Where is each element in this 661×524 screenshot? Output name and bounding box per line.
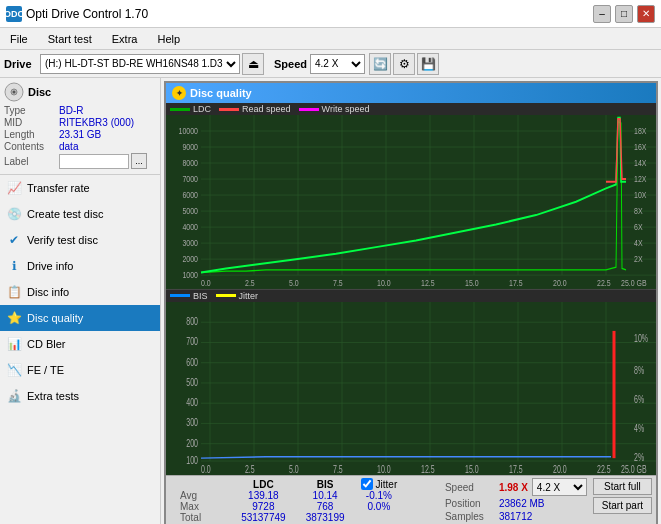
panel-icon: ✦: [172, 86, 186, 100]
topbar: Drive (H:) HL-DT-ST BD-RE WH16NS48 1.D3 …: [0, 50, 661, 78]
start-full-button[interactable]: Start full: [593, 478, 652, 495]
ldc-label: LDC: [193, 104, 211, 114]
ldc-legend: LDC: [170, 104, 211, 114]
svg-text:17.5: 17.5: [509, 278, 523, 288]
menu-help[interactable]: Help: [151, 31, 186, 47]
svg-text:3000: 3000: [182, 238, 198, 248]
disc-mid-label: MID: [4, 117, 59, 128]
disc-label-input[interactable]: [59, 154, 129, 169]
svg-text:22.5: 22.5: [597, 463, 611, 475]
svg-text:7.5: 7.5: [333, 463, 343, 475]
svg-text:800: 800: [186, 315, 198, 327]
read-speed-color: [219, 108, 239, 111]
disc-label-row: Label ...: [4, 153, 156, 169]
total-bis: 3873199: [296, 512, 355, 523]
app-title: Opti Drive Control 1.70: [26, 7, 148, 21]
sidebar-item-label: FE / TE: [27, 364, 64, 376]
panel-title: Disc quality: [190, 87, 252, 99]
position-label: Position: [445, 498, 495, 509]
write-speed-color: [299, 108, 319, 111]
sidebar-item-disc-info[interactable]: 📋 Disc info: [0, 279, 160, 305]
sidebar-item-label: Verify test disc: [27, 234, 98, 246]
menu-file[interactable]: File: [4, 31, 34, 47]
create-test-disc-icon: 💿: [6, 207, 22, 221]
svg-rect-3: [166, 115, 656, 289]
eject-button[interactable]: ⏏: [242, 53, 264, 75]
right-stats: Speed 1.98 X 4.2 X Position 23862 MB Sam…: [445, 478, 587, 522]
sidebar-item-drive-info[interactable]: ℹ Drive info: [0, 253, 160, 279]
label-browse-button[interactable]: ...: [131, 153, 147, 169]
jitter-checkbox[interactable]: [361, 478, 373, 490]
maximize-button[interactable]: □: [615, 5, 633, 23]
sidebar-item-label: CD Bler: [27, 338, 66, 350]
sidebar-item-label: Disc quality: [27, 312, 83, 324]
svg-text:9000: 9000: [182, 142, 198, 152]
jitter-label: Jitter: [239, 291, 259, 301]
max-label: Max: [170, 501, 211, 512]
save-button[interactable]: 💾: [417, 53, 439, 75]
sidebar-item-verify-test-disc[interactable]: ✔ Verify test disc: [0, 227, 160, 253]
sidebar-item-disc-quality[interactable]: ⭐ Disc quality: [0, 305, 160, 331]
disc-info-icon: 📋: [6, 285, 22, 299]
start-buttons: Start full Start part: [593, 478, 652, 514]
drive-select[interactable]: (H:) HL-DT-ST BD-RE WH16NS48 1.D3: [40, 54, 240, 74]
verify-test-disc-icon: ✔: [6, 233, 22, 247]
position-stat-row: Position 23862 MB: [445, 498, 587, 509]
svg-rect-54: [166, 302, 656, 476]
read-speed-legend: Read speed: [219, 104, 291, 114]
svg-text:500: 500: [186, 376, 198, 388]
menubar: File Start test Extra Help: [0, 28, 661, 50]
top-chart-svg: 10000 9000 8000 7000 6000 5000 4000 3000…: [166, 115, 656, 289]
stats-speed-select[interactable]: 4.2 X: [532, 478, 587, 496]
minimize-button[interactable]: –: [593, 5, 611, 23]
stats-table: LDC BIS Jitter Avg 139.18 10: [170, 478, 403, 523]
svg-text:12X: 12X: [634, 174, 647, 184]
avg-label: Avg: [170, 490, 211, 501]
settings-button[interactable]: ⚙: [393, 53, 415, 75]
svg-text:25.0 GB: 25.0 GB: [621, 278, 647, 288]
svg-text:2.5: 2.5: [245, 278, 255, 288]
sidebar-item-label: Transfer rate: [27, 182, 90, 194]
speed-stat-label: Speed: [445, 482, 495, 493]
drive-info-icon: ℹ: [6, 259, 22, 273]
write-speed-label: Write speed: [322, 104, 370, 114]
start-part-button[interactable]: Start part: [593, 497, 652, 514]
svg-text:5000: 5000: [182, 206, 198, 216]
disc-icon: [4, 82, 24, 102]
speed-stat-row: Speed 1.98 X 4.2 X: [445, 478, 587, 496]
disc-mid-row: MID RITEKBR3 (000): [4, 117, 156, 128]
nav-list: 📈 Transfer rate 💿 Create test disc ✔ Ver…: [0, 175, 160, 409]
svg-text:6X: 6X: [634, 222, 643, 232]
sidebar: Disc Type BD-R MID RITEKBR3 (000) Length…: [0, 78, 161, 524]
sidebar-item-label: Drive info: [27, 260, 73, 272]
sidebar-item-transfer-rate[interactable]: 📈 Transfer rate: [0, 175, 160, 201]
disc-contents-row: Contents data: [4, 141, 156, 152]
ldc-color: [170, 108, 190, 111]
panel-titlebar: ✦ Disc quality: [166, 83, 656, 103]
svg-text:8000: 8000: [182, 158, 198, 168]
speed-stat-value: 1.98 X: [499, 482, 528, 493]
sidebar-item-fe-te[interactable]: 📉 FE / TE: [0, 357, 160, 383]
speed-select[interactable]: 4.2 X: [310, 54, 365, 74]
svg-text:200: 200: [186, 437, 198, 449]
sidebar-item-create-test-disc[interactable]: 💿 Create test disc: [0, 201, 160, 227]
position-value: 23862 MB: [499, 498, 545, 509]
disc-type-row: Type BD-R: [4, 105, 156, 116]
menu-start-test[interactable]: Start test: [42, 31, 98, 47]
svg-text:8%: 8%: [634, 364, 644, 376]
read-speed-label: Read speed: [242, 104, 291, 114]
svg-text:16X: 16X: [634, 142, 647, 152]
jitter-checkbox-cell: Jitter: [355, 478, 404, 490]
refresh-button[interactable]: 🔄: [369, 53, 391, 75]
svg-text:7.5: 7.5: [333, 278, 343, 288]
sidebar-item-extra-tests[interactable]: 🔬 Extra tests: [0, 383, 160, 409]
sidebar-item-label: Disc info: [27, 286, 69, 298]
sidebar-item-label: Create test disc: [27, 208, 103, 220]
disc-length-row: Length 23.31 GB: [4, 129, 156, 140]
samples-stat-row: Samples 381712: [445, 511, 587, 522]
close-button[interactable]: ✕: [637, 5, 655, 23]
titlebar-controls: – □ ✕: [593, 5, 655, 23]
menu-extra[interactable]: Extra: [106, 31, 144, 47]
sidebar-item-cd-bler[interactable]: 📊 CD Bler: [0, 331, 160, 357]
extra-tests-icon: 🔬: [6, 389, 22, 403]
